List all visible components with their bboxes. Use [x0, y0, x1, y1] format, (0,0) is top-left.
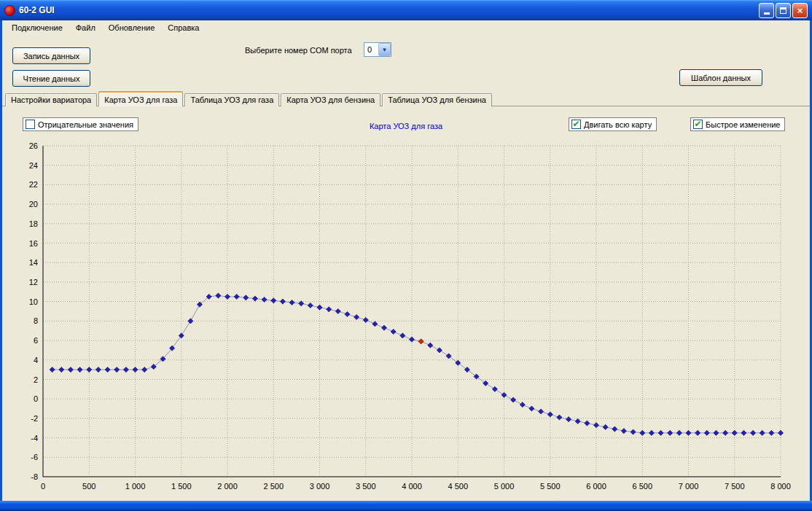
data-point[interactable] [317, 305, 322, 310]
data-point[interactable] [695, 430, 700, 435]
data-point[interactable] [308, 303, 313, 308]
data-point[interactable] [723, 430, 728, 435]
checkbox-icon[interactable]: ✔ [26, 120, 35, 129]
data-point[interactable] [363, 317, 368, 322]
data-point[interactable] [105, 367, 110, 372]
data-point[interactable] [714, 430, 719, 435]
data-point[interactable] [547, 412, 553, 417]
data-point[interactable] [123, 367, 128, 372]
fast-change-checkbox[interactable]: ✔ Быстрое изменение [690, 117, 785, 131]
data-point[interactable] [575, 418, 580, 424]
data-point[interactable] [409, 337, 414, 342]
data-point[interactable] [372, 321, 378, 327]
data-point[interactable] [668, 430, 673, 435]
data-point[interactable] [585, 421, 590, 426]
data-point[interactable] [676, 430, 682, 435]
data-point[interactable] [234, 294, 239, 299]
data-point[interactable] [400, 333, 405, 338]
data-point[interactable] [335, 308, 340, 313]
read-data-button[interactable]: Чтение данных [12, 70, 90, 87]
tab-1[interactable]: Настройки вариатора [5, 93, 97, 106]
tab-3[interactable]: Таблица УОЗ для газа [184, 93, 279, 106]
data-point[interactable] [529, 406, 534, 411]
menu-item-3[interactable]: Обновление [102, 22, 162, 34]
data-point[interactable] [732, 430, 737, 435]
data-point[interactable] [631, 429, 636, 434]
data-point[interactable] [271, 298, 276, 303]
data-point[interactable] [50, 367, 55, 372]
data-point[interactable] [621, 429, 626, 434]
data-point[interactable] [649, 430, 654, 435]
data-point[interactable] [492, 386, 497, 391]
data-point[interactable] [446, 354, 451, 359]
data-point[interactable] [751, 430, 756, 435]
data-point-selected[interactable] [418, 339, 423, 344]
data-point[interactable] [464, 367, 469, 372]
data-point[interactable] [225, 294, 230, 299]
data-point[interactable] [289, 300, 294, 305]
data-point[interactable] [640, 430, 645, 435]
data-point[interactable] [778, 430, 783, 435]
title-bar[interactable]: 60-2 GUI × [0, 0, 812, 20]
data-point[interactable] [474, 374, 479, 379]
maximize-button[interactable] [776, 3, 791, 18]
negative-values-checkbox[interactable]: ✔ Отрицательные значения [23, 117, 138, 131]
data-point[interactable] [704, 430, 709, 435]
write-data-button[interactable]: Запись данных [12, 47, 90, 64]
checkbox-icon[interactable]: ✔ [693, 120, 703, 129]
data-point[interactable] [243, 295, 249, 300]
data-point[interactable] [520, 402, 525, 407]
data-point[interactable] [391, 329, 396, 334]
data-template-button[interactable]: Шаблон данных [679, 69, 762, 86]
data-point[interactable] [566, 417, 571, 422]
tab-2[interactable]: Карта УОЗ для газа [98, 91, 183, 106]
data-point[interactable] [142, 367, 147, 372]
svg-text:-2: -2 [31, 414, 38, 423]
data-point[interactable] [741, 430, 746, 435]
data-point[interactable] [381, 325, 386, 330]
data-point[interactable] [557, 415, 562, 420]
data-point[interactable] [603, 424, 608, 429]
data-point[interactable] [511, 397, 516, 402]
data-point[interactable] [95, 367, 101, 372]
data-point[interactable] [87, 367, 92, 372]
menu-item-1[interactable]: Подключение [5, 22, 69, 34]
data-point[interactable] [354, 314, 359, 319]
data-point[interactable] [760, 430, 765, 435]
data-point[interactable] [658, 430, 663, 435]
data-point[interactable] [59, 367, 64, 372]
tab-5[interactable]: Таблица УОЗ для бензина [382, 93, 492, 106]
menu-item-2[interactable]: Файл [69, 22, 102, 34]
tab-4[interactable]: Карта УОЗ для бензина [281, 93, 380, 106]
close-button[interactable]: × [792, 3, 808, 18]
data-point[interactable] [612, 426, 617, 432]
menu-item-4[interactable]: Справка [161, 22, 206, 34]
data-point[interactable] [77, 367, 82, 372]
chevron-down-icon[interactable]: ▼ [378, 43, 391, 56]
data-point[interactable] [437, 348, 442, 353]
data-point[interactable] [280, 299, 285, 304]
data-point[interactable] [769, 430, 774, 435]
data-point[interactable] [501, 392, 507, 397]
checkbox-icon[interactable]: ✔ [571, 120, 581, 129]
data-point[interactable] [68, 367, 73, 372]
com-port-select[interactable]: 0 ▼ [364, 42, 391, 57]
data-point[interactable] [179, 333, 184, 338]
data-point[interactable] [345, 311, 350, 316]
minimize-button[interactable] [759, 3, 774, 18]
ignition-map-chart[interactable]: -8-6-4-20246810121416182022242605001 000… [7, 137, 808, 496]
data-point[interactable] [252, 296, 257, 301]
data-point[interactable] [483, 381, 488, 386]
data-point[interactable] [188, 319, 193, 324]
data-point[interactable] [539, 409, 544, 414]
data-point[interactable] [327, 307, 332, 312]
data-point[interactable] [428, 343, 433, 348]
data-point[interactable] [133, 367, 138, 372]
move-whole-map-checkbox[interactable]: ✔ Двигать всю карту [569, 117, 657, 131]
svg-text:20: 20 [29, 200, 38, 208]
data-point[interactable] [593, 423, 598, 428]
data-point[interactable] [114, 367, 120, 372]
data-point[interactable] [216, 293, 221, 298]
svg-text:24: 24 [29, 161, 38, 170]
data-point[interactable] [686, 430, 691, 435]
